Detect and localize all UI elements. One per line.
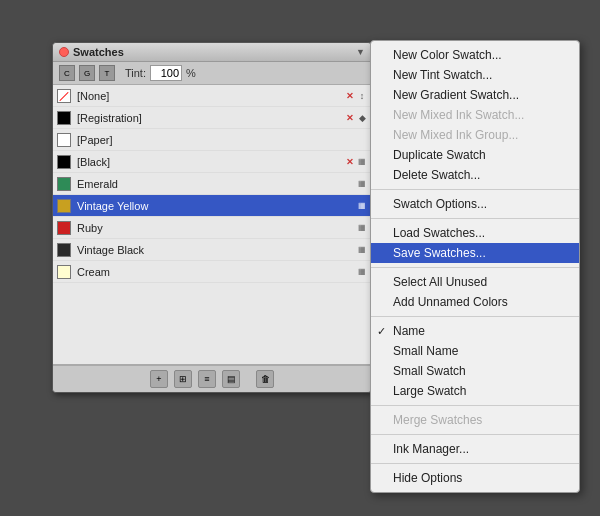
menu-item-swatch-options[interactable]: Swatch Options... — [371, 194, 579, 214]
menu-separator-7 — [371, 463, 579, 464]
swatch-row-vintage-yellow[interactable]: Vintage Yellow ▦ — [53, 195, 371, 217]
grid-icon: ▦ — [357, 201, 367, 211]
menu-item-small-name[interactable]: Small Name — [371, 341, 579, 361]
menu-item-select-all-unused[interactable]: Select All Unused — [371, 272, 579, 292]
menu-label: New Mixed Ink Group... — [393, 128, 518, 142]
swatch-icons-emerald: ▦ — [357, 179, 367, 189]
grid-icon: ▦ — [357, 267, 367, 277]
menu-item-new-color-swatch[interactable]: New Color Swatch... — [371, 45, 579, 65]
swatch-name-black: [Black] — [77, 156, 345, 168]
swatch-row-vintage-black[interactable]: Vintage Black ▦ — [53, 239, 371, 261]
menu-label: Hide Options — [393, 471, 462, 485]
swatch-color-registration — [57, 111, 71, 125]
grid-icon: ▦ — [357, 157, 367, 167]
menu-separator-4 — [371, 316, 579, 317]
tint-input[interactable] — [150, 65, 182, 81]
swatch-color-ruby — [57, 221, 71, 235]
menu-label: Large Swatch — [393, 384, 466, 398]
swatch-icons-black: ✕ ▦ — [345, 157, 367, 167]
swatch-name-registration: [Registration] — [77, 112, 345, 124]
menu-item-hide-options[interactable]: Hide Options — [371, 468, 579, 488]
menu-item-delete-swatch[interactable]: Delete Swatch... — [371, 165, 579, 185]
menu-label: Merge Swatches — [393, 413, 482, 427]
swatch-name-none: [None] — [77, 90, 345, 102]
menu-item-add-unnamed-colors[interactable]: Add Unnamed Colors — [371, 292, 579, 312]
menu-label: Duplicate Swatch — [393, 148, 486, 162]
swatch-row-ruby[interactable]: Ruby ▦ — [53, 217, 371, 239]
delete-icon: ✕ — [345, 113, 355, 123]
arrow-icon: ↕ — [357, 91, 367, 101]
menu-label: New Mixed Ink Swatch... — [393, 108, 524, 122]
menu-separator-3 — [371, 267, 579, 268]
menu-separator-1 — [371, 189, 579, 190]
swatch-name-vintage-black: Vintage Black — [77, 244, 357, 256]
swatch-row-cream[interactable]: Cream ▦ — [53, 261, 371, 283]
grid-icon: ▦ — [357, 245, 367, 255]
menu-label: New Color Swatch... — [393, 48, 502, 62]
swatch-name-paper: [Paper] — [77, 134, 367, 146]
menu-item-small-swatch[interactable]: Small Swatch — [371, 361, 579, 381]
menu-item-new-mixed-ink-group: New Mixed Ink Group... — [371, 125, 579, 145]
menu-label: Add Unnamed Colors — [393, 295, 508, 309]
panel-close-button[interactable] — [59, 47, 69, 57]
swatch-row-none[interactable]: [None] ✕ ↕ — [53, 85, 371, 107]
menu-item-load-swatches[interactable]: Load Swatches... — [371, 223, 579, 243]
swatch-color-vintage-yellow — [57, 199, 71, 213]
menu-label: Save Swatches... — [393, 246, 486, 260]
swatch-icons-cream: ▦ — [357, 267, 367, 277]
swatch-color-vintage-black — [57, 243, 71, 257]
menu-separator-6 — [371, 434, 579, 435]
swatch-color-emerald — [57, 177, 71, 191]
swatch-list: [None] ✕ ↕ [Registration] ✕ ◆ [Paper] [B… — [53, 85, 371, 365]
menu-label: Delete Swatch... — [393, 168, 480, 182]
delete-swatch-button[interactable]: 🗑 — [256, 370, 274, 388]
swatch-row-emerald[interactable]: Emerald ▦ — [53, 173, 371, 195]
panel-title-left: Swatches — [59, 46, 124, 58]
diamond-icon: ◆ — [357, 113, 367, 123]
panel-collapse-button[interactable]: ▼ — [356, 47, 365, 57]
swatch-list-button[interactable]: ≡ — [198, 370, 216, 388]
text-swatch-icon[interactable]: T — [99, 65, 115, 81]
swatch-icons-vintage-yellow: ▦ — [357, 201, 367, 211]
tint-percent: % — [186, 67, 196, 79]
color-swatch-icon[interactable]: C — [59, 65, 75, 81]
grid-icon: ▦ — [357, 179, 367, 189]
menu-label: Select All Unused — [393, 275, 487, 289]
menu-item-ink-manager[interactable]: Ink Manager... — [371, 439, 579, 459]
menu-label: New Gradient Swatch... — [393, 88, 519, 102]
menu-item-large-swatch[interactable]: Large Swatch — [371, 381, 579, 401]
menu-label: Name — [393, 324, 425, 338]
menu-item-duplicate-swatch[interactable]: Duplicate Swatch — [371, 145, 579, 165]
panel-titlebar: Swatches ▼ — [53, 43, 371, 62]
panel-toolbar: C G T Tint: % — [53, 62, 371, 85]
swatch-icons-none: ✕ ↕ — [345, 91, 367, 101]
panel-bottom-toolbar: + ⊞ ≡ ▤ 🗑 — [53, 365, 371, 392]
menu-label: Ink Manager... — [393, 442, 469, 456]
swatch-color-paper — [57, 133, 71, 147]
swatch-icons-registration: ✕ ◆ — [345, 113, 367, 123]
context-menu: New Color Swatch... New Tint Swatch... N… — [370, 40, 580, 493]
swatch-view-button[interactable]: ⊞ — [174, 370, 192, 388]
grid-icon: ▦ — [357, 223, 367, 233]
menu-item-save-swatches[interactable]: Save Swatches... — [371, 243, 579, 263]
menu-item-name[interactable]: ✓ Name — [371, 321, 579, 341]
swatch-name-cream: Cream — [77, 266, 357, 278]
menu-item-new-gradient-swatch[interactable]: New Gradient Swatch... — [371, 85, 579, 105]
swatch-row-paper[interactable]: [Paper] — [53, 129, 371, 151]
swatch-name-vintage-yellow: Vintage Yellow — [77, 200, 357, 212]
swatch-icons-ruby: ▦ — [357, 223, 367, 233]
swatch-row-registration[interactable]: [Registration] ✕ ◆ — [53, 107, 371, 129]
swatch-large-button[interactable]: ▤ — [222, 370, 240, 388]
swatches-panel: Swatches ▼ C G T Tint: % [None] ✕ ↕ [Reg… — [52, 42, 372, 393]
menu-item-new-tint-swatch[interactable]: New Tint Swatch... — [371, 65, 579, 85]
swatch-color-cream — [57, 265, 71, 279]
checkmark-icon: ✓ — [377, 325, 386, 338]
menu-separator-5 — [371, 405, 579, 406]
swatch-color-none — [57, 89, 71, 103]
gradient-swatch-icon[interactable]: G — [79, 65, 95, 81]
swatch-icons-vintage-black: ▦ — [357, 245, 367, 255]
new-swatch-button[interactable]: + — [150, 370, 168, 388]
delete-icon: ✕ — [345, 91, 355, 101]
swatch-row-black[interactable]: [Black] ✕ ▦ — [53, 151, 371, 173]
panel-title: Swatches — [73, 46, 124, 58]
